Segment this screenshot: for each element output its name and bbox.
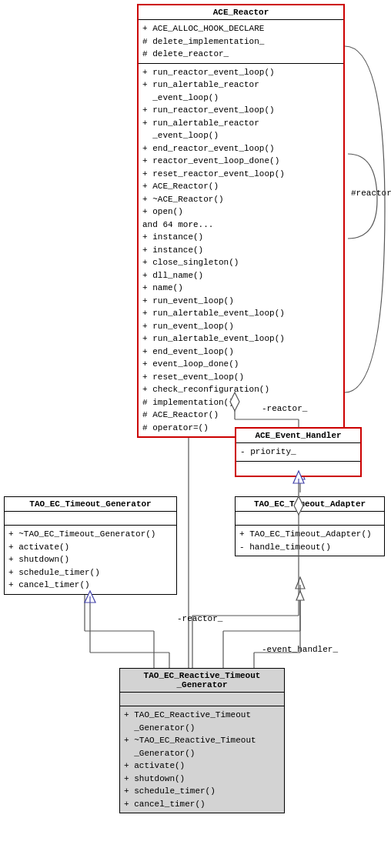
ace-reactor-m27: # implementation() (142, 396, 339, 409)
ace-reactor-m21: + run_event_loop() (142, 320, 339, 333)
tao-ec-r-m2: _Generator() (124, 722, 280, 735)
ace-reactor-m24: + event_loop_done() (142, 358, 339, 371)
ace-reactor-m11: + ~ACE_Reactor() (142, 193, 339, 206)
event-handler-label: -event_handler_ (262, 645, 338, 654)
tao-ec-tg-m4: + schedule_timer() (8, 566, 172, 579)
ace-reactor-title: ACE_Reactor (139, 5, 343, 20)
ace-reactor-m26: + check_reconfiguration() (142, 383, 339, 396)
ace-reactor-m22: + run_alertable_event_loop() (142, 332, 339, 346)
tao-ec-ta-m1: + TAO_EC_Timeout_Adapter() (239, 528, 380, 541)
ace-reactor-m16: + close_singleton() (142, 256, 339, 269)
tao-ec-ta-s2: + TAO_EC_Timeout_Adapter() - handle_time… (236, 526, 384, 556)
ace-reactor-m23: + end_event_loop() (142, 346, 339, 359)
tao-ec-r-m7: + schedule_timer() (124, 785, 280, 798)
reactor-label-upper: -reactor_ (262, 404, 307, 413)
svg-marker-37 (296, 591, 304, 600)
ace-reactor-s1-line2: # delete_implementation_ (142, 35, 339, 48)
tao-ec-reactive-s1 (120, 693, 284, 706)
tao-ec-timeout-adapter-box: TAO_EC_Timeout_Adapter + TAO_EC_Timeout_… (235, 496, 385, 556)
tao-ec-tg-m1: + ~TAO_EC_Timeout_Generator() (8, 528, 172, 541)
ace-reactor-m15: + instance() (142, 244, 339, 257)
ace-reactor-m2: + run_alertable_reactor (142, 78, 339, 92)
reactor-label-right: #reactor_ (351, 189, 391, 198)
tao-ec-reactive-title: TAO_EC_Reactive_Timeout_Generator (120, 669, 284, 693)
ace-reactor-m4: + run_reactor_event_loop() (142, 104, 339, 117)
ace-reactor-m17: + dll_name() (142, 269, 339, 282)
tao-ec-timeout-generator-title: TAO_EC_Timeout_Generator (5, 497, 176, 512)
tao-ec-r-m5: + activate() (124, 760, 280, 773)
ace-reactor-box: ACE_Reactor + ACE_ALLOC_HOOK_DECLARE # d… (137, 4, 345, 438)
reactor-label-lower: -reactor_ (177, 614, 222, 623)
tao-ec-r-m8: + cancel_timer() (124, 798, 280, 811)
priority-field: - priority_ (240, 446, 356, 459)
ace-reactor-section1: + ACE_ALLOC_HOOK_DECLARE # delete_implem… (139, 20, 343, 64)
ace-reactor-m18: + name() (142, 282, 339, 295)
ace-reactor-m28: # ACE_Reactor() (142, 409, 339, 422)
ace-reactor-m3: _event_loop() (142, 92, 339, 105)
tao-ec-tg-m3: + shutdown() (8, 553, 172, 566)
ace-reactor-section2: + run_reactor_event_loop() + run_alertab… (139, 64, 343, 437)
tao-ec-timeout-gen-s2: + ~TAO_EC_Timeout_Generator() + activate… (5, 526, 176, 594)
ace-reactor-m5: + run_alertable_reactor (142, 117, 339, 130)
ace-reactor-s1-line3: # delete_reactor_ (142, 48, 339, 61)
ace-reactor-m7: + end_reactor_event_loop() (142, 142, 339, 155)
tao-ec-tg-m5: + cancel_timer() (8, 579, 172, 592)
ace-reactor-m25: + reset_event_loop() (142, 371, 339, 384)
ace-reactor-m1: + run_reactor_event_loop() (142, 66, 339, 79)
svg-marker-11 (296, 577, 305, 589)
tao-ec-ta-m2: - handle_timeout() (239, 541, 380, 554)
ace-event-handler-box: ACE_Event_Handler - priority_ (235, 427, 362, 477)
ace-event-handler-section1: - priority_ (236, 443, 360, 462)
ace-event-handler-title: ACE_Event_Handler (236, 429, 360, 443)
tao-ec-r-m6: + shutdown() (124, 773, 280, 786)
ace-reactor-m9: + reset_reactor_event_loop() (142, 168, 339, 181)
tao-ec-reactive-s2: + TAO_EC_Reactive_Timeout _Generator() +… (120, 706, 284, 813)
diagram-container: ACE_Reactor + ACE_ALLOC_HOOK_DECLARE # d… (0, 0, 391, 868)
tao-ec-timeout-adapter-title: TAO_EC_Timeout_Adapter (236, 497, 384, 512)
tao-ec-tg-m2: + activate() (8, 541, 172, 554)
ace-reactor-m10: + ACE_Reactor() (142, 180, 339, 193)
ace-reactor-m8: + reactor_event_loop_done() (142, 155, 339, 168)
ace-event-handler-section2 (236, 462, 360, 476)
ace-reactor-m13: and 64 more... (142, 219, 339, 232)
ace-reactor-m19: + run_event_loop() (142, 295, 339, 308)
tao-ec-r-m1: + TAO_EC_Reactive_Timeout (124, 709, 280, 722)
ace-reactor-m12: + open() (142, 205, 339, 219)
ace-reactor-s1-line1: + ACE_ALLOC_HOOK_DECLARE (142, 22, 339, 35)
ace-reactor-m14: + instance() (142, 231, 339, 244)
tao-ec-timeout-generator-box: TAO_EC_Timeout_Generator + ~TAO_EC_Timeo… (4, 496, 177, 595)
tao-ec-timeout-gen-s1 (5, 512, 176, 526)
tao-ec-r-m3: + ~TAO_EC_Reactive_Timeout (124, 734, 280, 747)
tao-ec-reactive-timeout-generator-box: TAO_EC_Reactive_Timeout_Generator + TAO_… (119, 668, 285, 813)
ace-reactor-m20: + run_alertable_event_loop() (142, 307, 339, 320)
ace-reactor-m6: _event_loop() (142, 129, 339, 142)
tao-ec-ta-s1 (236, 512, 384, 526)
tao-ec-r-m4: _Generator() (124, 747, 280, 760)
